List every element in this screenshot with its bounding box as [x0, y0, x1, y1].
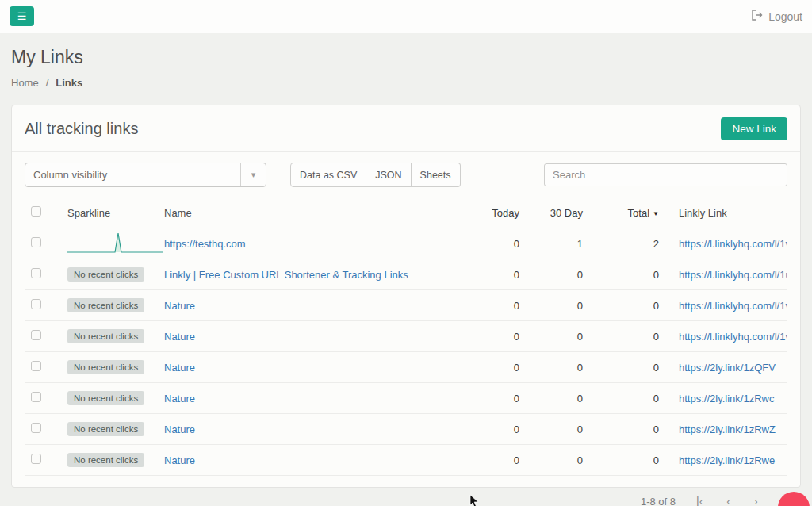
today-count: 0: [461, 454, 529, 466]
panel-header: All tracking links New Link: [12, 105, 800, 152]
row-checkbox[interactable]: [31, 361, 41, 371]
day30-count: 0: [529, 300, 592, 312]
page-header: My Links Home / Links: [0, 33, 812, 105]
page-title: My Links: [11, 47, 801, 68]
link-name[interactable]: Nature: [164, 393, 195, 404]
today-count: 0: [461, 424, 529, 435]
page-next-icon[interactable]: ›: [754, 495, 758, 506]
linkly-link[interactable]: https://l.linklyhq.com/l/1vbu: [679, 331, 787, 343]
table-row: No recent clicks Nature 0 0 0 https://2l…: [25, 352, 787, 383]
total-count: 0: [592, 454, 668, 466]
col-header-total[interactable]: Total▼: [592, 207, 668, 219]
export-json-button[interactable]: JSON: [366, 163, 411, 187]
col-header-linkly-link[interactable]: Linkly Link: [668, 207, 787, 219]
today-count: 0: [461, 362, 529, 374]
table-body: https://testhq.com 0 1 2 https://l.linkl…: [25, 228, 787, 476]
total-count: 0: [592, 362, 668, 374]
breadcrumb-separator: /: [46, 77, 49, 89]
day30-count: 0: [529, 393, 592, 404]
table-row: No recent clicks Nature 0 0 0 https://l.…: [25, 290, 787, 321]
linkly-link[interactable]: https://2ly.link/1zRwZ: [679, 424, 776, 435]
table-row: No recent clicks Linkly | Free Custom UR…: [25, 259, 787, 290]
hamburger-menu-button[interactable]: ☰: [10, 6, 34, 26]
link-name[interactable]: Nature: [164, 424, 195, 435]
breadcrumb-current: Links: [56, 77, 82, 89]
table-row: https://testhq.com 0 1 2 https://l.linkl…: [25, 228, 787, 259]
mouse-cursor: [469, 495, 480, 506]
sparkline-chart: [59, 246, 163, 258]
linkly-link[interactable]: https://l.linklyhq.com/l/1vZv: [679, 238, 787, 250]
no-recent-clicks-badge: No recent clicks: [67, 329, 144, 343]
total-count: 0: [592, 269, 668, 281]
link-name[interactable]: Nature: [164, 300, 195, 312]
link-name[interactable]: Linkly | Free Custom URL Shortener & Tra…: [164, 269, 408, 281]
linkly-link[interactable]: https://l.linklyhq.com/l/1u3jW: [679, 269, 787, 281]
total-count: 0: [592, 393, 668, 404]
row-checkbox[interactable]: [31, 237, 41, 247]
sort-desc-icon: ▼: [653, 210, 659, 217]
linkly-link[interactable]: https://2ly.link/1zRwe: [679, 454, 775, 466]
sparkline-cell: No recent clicks: [59, 298, 164, 312]
no-recent-clicks-badge: No recent clicks: [67, 298, 144, 312]
chevron-down-icon: ▾: [240, 163, 266, 186]
hamburger-icon: ☰: [17, 11, 27, 21]
col-header-name[interactable]: Name: [164, 207, 461, 219]
sparkline-cell: No recent clicks: [59, 329, 164, 343]
sign-out-icon: [751, 10, 763, 23]
link-name[interactable]: https://testhq.com: [164, 238, 246, 250]
table-row: No recent clicks Nature 0 0 0 https://l.…: [25, 321, 787, 352]
search-input[interactable]: [544, 163, 787, 186]
day30-count: 0: [529, 331, 592, 343]
table-controls: Column visibility ▾ Data as CSV JSON She…: [12, 152, 800, 197]
new-link-button[interactable]: New Link: [721, 117, 787, 140]
tracking-links-panel: All tracking links New Link Column visib…: [11, 105, 801, 488]
table-header-row: Sparkline Name Today 30 Day Total▼ Linkl…: [25, 197, 787, 228]
day30-count: 0: [529, 362, 592, 374]
col-header-today[interactable]: Today: [461, 207, 529, 219]
col-header-sparkline[interactable]: Sparkline: [59, 207, 164, 219]
page-prev-icon[interactable]: ‹: [726, 495, 730, 506]
row-checkbox[interactable]: [31, 454, 41, 464]
select-all-checkbox[interactable]: [31, 206, 41, 217]
linkly-link[interactable]: https://2ly.link/1zQFV: [679, 362, 776, 374]
table-row: No recent clicks Nature 0 0 0 https://2l…: [25, 383, 787, 414]
table-row: No recent clicks Nature 0 0 0 https://2l…: [25, 414, 787, 445]
sparkline-cell: No recent clicks: [59, 267, 164, 282]
today-count: 0: [461, 393, 529, 404]
no-recent-clicks-badge: No recent clicks: [67, 267, 144, 282]
today-count: 0: [461, 238, 529, 250]
col-header-30day[interactable]: 30 Day: [529, 207, 592, 219]
column-visibility-select[interactable]: Column visibility ▾: [25, 163, 266, 187]
pagination-bar: 1-8 of 8 |‹ ‹ › ›|: [0, 488, 812, 506]
row-checkbox[interactable]: [31, 268, 41, 278]
breadcrumb: Home / Links: [11, 77, 801, 89]
total-count: 0: [592, 424, 668, 435]
today-count: 0: [461, 300, 529, 312]
sparkline-cell: No recent clicks: [59, 453, 164, 467]
row-checkbox[interactable]: [31, 423, 41, 433]
link-name[interactable]: Nature: [164, 454, 195, 466]
export-csv-button[interactable]: Data as CSV: [290, 163, 366, 187]
export-sheets-button[interactable]: Sheets: [412, 163, 461, 187]
row-checkbox[interactable]: [31, 299, 41, 309]
row-checkbox[interactable]: [31, 330, 41, 340]
total-count: 0: [592, 331, 668, 343]
breadcrumb-home[interactable]: Home: [11, 77, 39, 89]
panel-title: All tracking links: [25, 120, 138, 138]
today-count: 0: [461, 269, 529, 281]
column-visibility-label: Column visibility: [25, 169, 107, 181]
linkly-link[interactable]: https://2ly.link/1zRwc: [679, 393, 774, 404]
sparkline-cell: No recent clicks: [59, 391, 164, 405]
sparkline-cell: No recent clicks: [59, 422, 164, 436]
link-name[interactable]: Nature: [164, 362, 195, 374]
day30-count: 1: [529, 238, 592, 250]
day30-count: 0: [529, 454, 592, 466]
linkly-link[interactable]: https://l.linklyhq.com/l/1vYA: [679, 300, 787, 312]
day30-count: 0: [529, 269, 592, 281]
pagination-range: 1-8 of 8: [641, 496, 676, 506]
page-first-icon[interactable]: |‹: [696, 495, 703, 506]
link-name[interactable]: Nature: [164, 331, 195, 343]
logout-button[interactable]: Logout: [751, 10, 802, 23]
logout-label: Logout: [768, 10, 802, 23]
row-checkbox[interactable]: [31, 392, 41, 402]
